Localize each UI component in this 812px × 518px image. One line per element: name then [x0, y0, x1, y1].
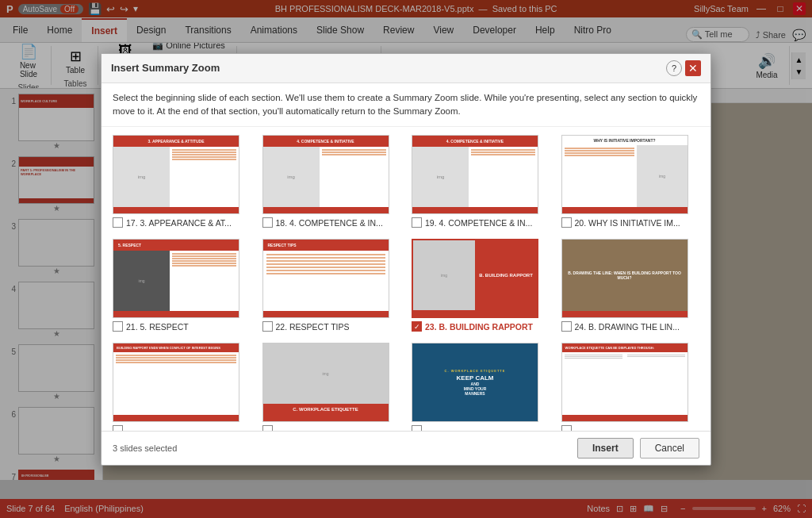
slide-checkbox-20[interactable]	[561, 217, 572, 228]
slide-preview-19[interactable]: 4. COMPETENCE & INITIATIVE img	[412, 135, 538, 214]
slide-checkbox-24[interactable]	[561, 321, 572, 332]
insert-button[interactable]: Insert	[577, 438, 634, 459]
slide-label-17: 17. 3. APPEARANCE & AT...	[113, 217, 232, 228]
slide-preview-24[interactable]: B. DRAWING THE LINE: WHEN IS BUILDING RA…	[561, 239, 688, 318]
slide-name-18: 18. 4. COMPETENCE & IN...	[276, 218, 383, 228]
slide-item-28: WORKPLACE ETIQUETTE CAN BE DISPLAYED THR…	[561, 343, 700, 431]
slide-name-20: 20. WHY IS INITIATIVE IM...	[575, 218, 680, 228]
slide-label-21: 21. 5. RESPECT	[113, 321, 189, 332]
slide-label-18: 18. 4. COMPETENCE & IN...	[262, 217, 383, 228]
slide-item-25: BUILDING RAPPORT ENDS WHEN CONFLICT OF I…	[113, 343, 251, 431]
main-area: 1 WORKPLACE CULTURE ★ 2	[0, 89, 812, 480]
slides-selected-count: 3 slides selected	[113, 443, 571, 453]
dialog-title: Insert Summary Zoom	[111, 62, 220, 74]
slides-grid: 3. APPEARANCE & ATTITUDE img	[113, 135, 699, 431]
slide-label-25	[113, 425, 126, 431]
dialog-help-button[interactable]: ?	[666, 60, 682, 76]
slide-name-24: 24. B. DRAWING THE LIN...	[575, 322, 680, 332]
slide-item-24: B. DRAWING THE LINE: WHEN IS BUILDING RA…	[561, 239, 700, 332]
slide-preview-23[interactable]: img B. BUILDING RAPPORT	[412, 239, 538, 318]
slide-name-19: 19. 4. COMPETENCE & IN...	[425, 218, 532, 228]
dialog-controls: ? ✕	[666, 60, 701, 76]
slide-item-17: 3. APPEARANCE & ATTITUDE img	[113, 135, 251, 228]
slide-checkbox-26[interactable]	[262, 425, 273, 431]
slide-item-27: C. WORKPLACE ETIQUETTE KEEP CALM AND MIN…	[412, 343, 550, 431]
slide-name-17: 17. 3. APPEARANCE & AT...	[126, 218, 232, 228]
slide-label-26	[262, 425, 276, 431]
cancel-button[interactable]: Cancel	[640, 438, 699, 459]
dialog-body[interactable]: 3. APPEARANCE & ATTITUDE img	[102, 127, 710, 431]
slide-name-21: 21. 5. RESPECT	[126, 322, 189, 332]
slide-item-22: RESPECT TIPS	[262, 239, 401, 332]
dialog-titlebar: Insert Summary Zoom ? ✕	[102, 54, 710, 83]
slide-item-23: img B. BUILDING RAPPORT ✓ 23. B. BUILDI	[412, 239, 550, 332]
slide-item-18: 4. COMPETENCE & INITIATIVE img	[262, 135, 401, 228]
slide-label-19: 19. 4. COMPETENCE & IN...	[412, 217, 532, 228]
slide-checkbox-21[interactable]	[113, 321, 123, 332]
dialog-close-button[interactable]: ✕	[685, 60, 701, 76]
slide-preview-25[interactable]: BUILDING RAPPORT ENDS WHEN CONFLICT OF I…	[113, 343, 239, 422]
dialog-description: Select the beginning slide of each secti…	[102, 83, 710, 128]
slide-checkbox-22[interactable]	[262, 321, 273, 332]
slide-checkbox-28[interactable]	[561, 425, 572, 431]
slide-label-20: 20. WHY IS INITIATIVE IM...	[561, 217, 680, 228]
slide-preview-20[interactable]: WHY IS INITIATIVE IMPORTANT? img	[561, 135, 688, 214]
dialog-insert-summary-zoom: Insert Summary Zoom ? ✕ Select the begin…	[101, 53, 711, 466]
slide-checkbox-25[interactable]	[113, 425, 123, 431]
slide-preview-22[interactable]: RESPECT TIPS	[262, 239, 389, 318]
dialog-footer: 3 slides selected Insert Cancel	[102, 431, 710, 465]
slide-label-28	[561, 425, 575, 431]
slide-name-22: 22. RESPECT TIPS	[276, 322, 350, 332]
slide-item-19: 4. COMPETENCE & INITIATIVE img	[412, 135, 550, 228]
slide-checkbox-23[interactable]: ✓	[412, 321, 422, 332]
slide-checkbox-19[interactable]	[412, 217, 422, 228]
slide-name-23: 23. B. BUILDING RAPPORT	[425, 322, 533, 332]
slide-checkbox-17[interactable]	[113, 217, 123, 228]
slide-label-24: 24. B. DRAWING THE LIN...	[561, 321, 680, 332]
slide-preview-28[interactable]: WORKPLACE ETIQUETTE CAN BE DISPLAYED THR…	[561, 343, 688, 422]
slide-preview-27[interactable]: C. WORKPLACE ETIQUETTE KEEP CALM AND MIN…	[412, 343, 538, 422]
slide-preview-21[interactable]: 5. RESPECT img	[113, 239, 239, 318]
slide-label-23: ✓ 23. B. BUILDING RAPPORT	[412, 321, 533, 332]
slide-item-20: WHY IS INITIATIVE IMPORTANT? img	[561, 135, 700, 228]
slide-label-22: 22. RESPECT TIPS	[262, 321, 350, 332]
slide-preview-18[interactable]: 4. COMPETENCE & INITIATIVE img	[262, 135, 389, 214]
slide-preview-17[interactable]: 3. APPEARANCE & ATTITUDE img	[113, 135, 239, 214]
slide-label-27	[412, 425, 425, 431]
slide-preview-26[interactable]: img C. WORKPLACE ETIQUETTE	[262, 343, 389, 422]
slide-checkbox-18[interactable]	[262, 217, 273, 228]
slide-item-26: img C. WORKPLACE ETIQUETTE	[262, 343, 401, 431]
slide-checkbox-27[interactable]	[412, 425, 422, 431]
modal-backdrop: Insert Summary Zoom ? ✕ Select the begin…	[0, 0, 812, 518]
slide-item-21: 5. RESPECT img	[113, 239, 251, 332]
